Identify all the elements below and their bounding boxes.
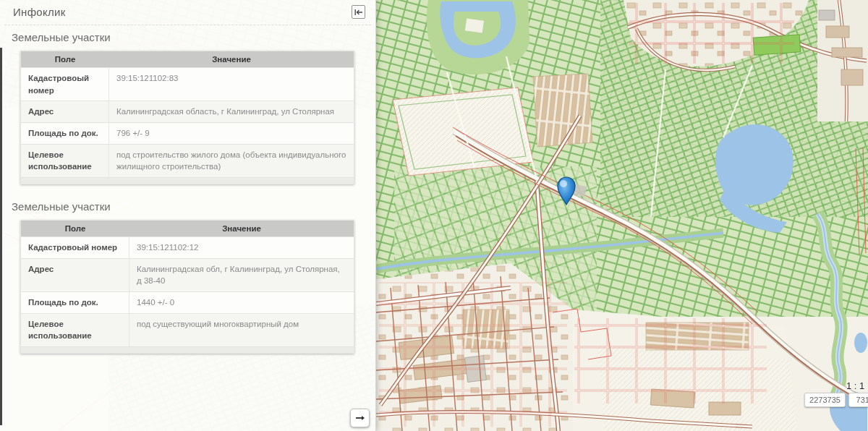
row-value: под строительство жилого дома (объекта и… — [109, 145, 354, 177]
table-row: Целевое использование под строительство … — [21, 144, 354, 177]
table-footer-strip — [21, 346, 354, 353]
panel-header: Инфоклик — [4, 0, 371, 25]
table-footer-strip — [21, 177, 354, 184]
row-label: Адрес — [21, 101, 109, 122]
row-value: 39:15:121102:83 — [109, 68, 354, 101]
terraced-rows — [533, 74, 592, 147]
coordinate-y-value: 731104 — [856, 396, 868, 404]
column-header-value: Значение — [109, 51, 354, 67]
table-row: Площадь по док. 1440 +/- 0 — [21, 291, 354, 313]
row-label: Адрес — [21, 259, 129, 291]
panel-resize-button[interactable] — [350, 409, 370, 427]
section-title: Земельные участки — [12, 31, 375, 43]
arrow-left-to-bar-icon — [354, 9, 363, 16]
land-plot-section-1: Земельные участки Поле Значение Кадастро… — [0, 31, 375, 184]
row-value: 1440 +/- 0 — [129, 292, 354, 313]
row-value: под существующий многоквартирный дом — [129, 314, 354, 346]
row-value: Калининградская обл, г Калининград, ул С… — [129, 259, 354, 291]
table-row: Адрес Калининградская область, г Калинин… — [21, 101, 354, 122]
table-header: Поле Значение — [21, 221, 354, 236]
panel-title: Инфоклик — [4, 0, 66, 24]
attributes-table: Поле Значение Кадастровоый номер 39:15:1… — [20, 51, 354, 184]
row-label: Площадь по док. — [21, 123, 109, 144]
row-label: Площадь по док. — [21, 292, 129, 313]
coordinate-x-value: 2273735 — [809, 396, 841, 404]
arrow-right-icon — [355, 415, 365, 421]
section-title: Земельные участки — [12, 200, 375, 213]
collapse-panel-button[interactable] — [352, 5, 365, 19]
panel-scrollbar[interactable] — [0, 48, 2, 425]
coordinate-y-box: 731104 — [848, 393, 868, 407]
table-row: Кадастровоый номер 39:15:121102:12 — [21, 236, 354, 258]
row-label: Кадастровоый номер — [21, 237, 129, 258]
table-row: Адрес Калининградская обл, г Калининград… — [21, 258, 354, 291]
column-header-field: Поле — [21, 51, 109, 67]
row-value: Калининградская область, г Калининград, … — [109, 101, 354, 122]
infoclick-panel: Инфоклик Земельные участки Поле Значение… — [0, 0, 376, 431]
table-row: Кадастровоый номер 39:15:121102:83 — [21, 67, 354, 101]
row-value: 796 +/- 9 — [109, 123, 354, 144]
table-header: Поле Значение — [21, 51, 354, 67]
map-scale-label: 1 : 1 — [846, 380, 864, 391]
coordinate-x-box: 2273735 — [804, 393, 846, 407]
row-label: Целевое использование — [21, 314, 129, 346]
table-row: Площадь по док. 796 +/- 9 — [21, 122, 354, 144]
table-row: Целевое использование под существующий м… — [21, 313, 354, 346]
row-label: Целевое использование — [21, 145, 109, 177]
row-value: 39:15:121102:12 — [129, 237, 354, 258]
land-plot-section-2: Земельные участки Поле Значение Кадастро… — [0, 200, 375, 354]
attributes-table: Поле Значение Кадастровоый номер 39:15:1… — [20, 220, 354, 354]
row-label: Кадастровоый номер — [21, 68, 109, 101]
column-header-value: Значение — [129, 221, 354, 236]
column-header-field: Поле — [21, 221, 129, 236]
